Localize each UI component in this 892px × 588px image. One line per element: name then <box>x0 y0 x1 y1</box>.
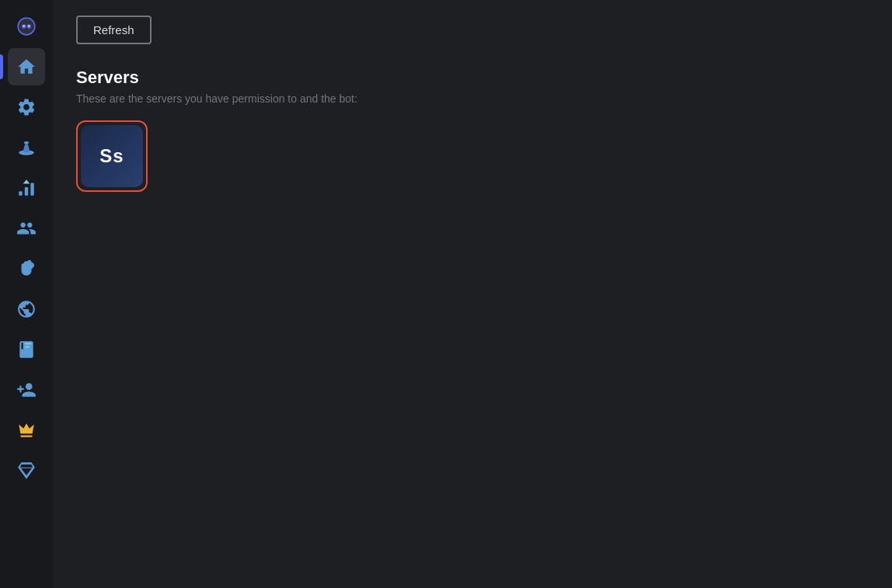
svg-point-4 <box>28 25 30 26</box>
svg-rect-10 <box>25 343 32 344</box>
levelup-icon <box>16 178 37 198</box>
sidebar-item-add-members[interactable] <box>8 371 45 409</box>
sidebar-item-notebook[interactable] <box>8 331 45 368</box>
svg-point-0 <box>18 18 35 35</box>
svg-rect-9 <box>30 183 33 196</box>
sidebar-item-levelup[interactable] <box>8 169 45 207</box>
sidebar <box>0 0 53 588</box>
main-content: Refresh Servers These are the servers yo… <box>53 0 892 588</box>
hat-icon <box>16 137 37 158</box>
sidebar-item-gem[interactable] <box>8 452 45 489</box>
home-icon <box>16 57 37 77</box>
settings-icon <box>16 97 37 117</box>
sidebar-item-crown[interactable] <box>8 412 45 449</box>
globe-icon <box>16 299 37 319</box>
refresh-button[interactable]: Refresh <box>76 16 152 44</box>
svg-point-3 <box>23 25 25 26</box>
svg-rect-11 <box>25 346 30 348</box>
sidebar-item-wave[interactable] <box>8 250 45 287</box>
sidebar-item-home[interactable] <box>8 48 45 85</box>
wave-icon <box>16 259 37 279</box>
sidebar-item-hat[interactable] <box>8 129 45 166</box>
svg-rect-7 <box>19 191 22 195</box>
servers-subtitle: These are the servers you have permissio… <box>76 92 869 105</box>
svg-point-6 <box>24 141 30 144</box>
sidebar-item-members[interactable] <box>8 210 45 247</box>
members-icon <box>16 218 37 238</box>
gem-icon <box>16 461 37 481</box>
svg-rect-8 <box>25 187 28 196</box>
add-members-icon <box>16 380 37 400</box>
robot-icon <box>16 16 37 37</box>
sidebar-item-globe[interactable] <box>8 291 45 328</box>
server-icon-ss[interactable]: Ss <box>81 125 143 187</box>
sidebar-item-settings[interactable] <box>8 89 45 126</box>
server-icon-wrapper[interactable]: Ss <box>76 120 148 192</box>
notebook-icon <box>16 339 37 360</box>
sidebar-item-bot[interactable] <box>8 8 45 45</box>
crown-icon <box>16 420 37 440</box>
servers-title: Servers <box>76 68 869 88</box>
